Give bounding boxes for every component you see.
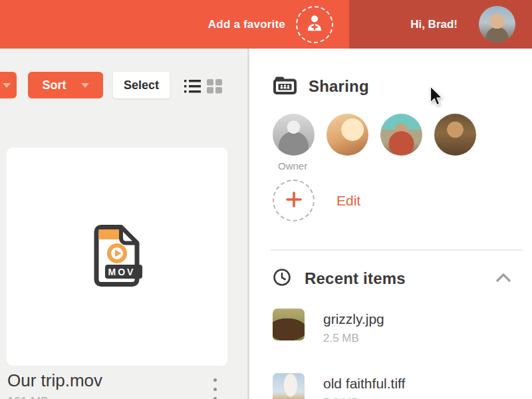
files-panel: Sort Select	[0, 49, 249, 399]
folder-people-icon	[273, 74, 297, 98]
user-avatar[interactable]	[479, 6, 515, 43]
sharing-header: Sharing	[273, 74, 532, 98]
collapse-section-button[interactable]	[496, 273, 511, 284]
sharing-actions: Edit	[273, 180, 532, 221]
caret-down-icon	[3, 83, 11, 88]
add-member-button[interactable]	[273, 180, 315, 221]
member-owner: Owner	[273, 114, 315, 156]
filter-button-partial[interactable]	[0, 72, 17, 98]
recent-items-header: Recent items	[273, 268, 532, 289]
edit-link[interactable]: Edit	[336, 193, 360, 209]
clock-icon	[273, 268, 291, 289]
caret-down-icon	[81, 83, 89, 88]
list-view-button[interactable]	[184, 79, 201, 96]
sharing-title: Sharing	[309, 77, 369, 96]
member-avatar[interactable]	[327, 114, 368, 156]
recent-item-text: grizzly.jpg 2.5 MB	[323, 309, 384, 345]
greeting-text: Hi, Brad!	[410, 18, 458, 31]
mov-file-icon: MOV	[90, 224, 144, 289]
recent-item-name: grizzly.jpg	[323, 311, 384, 327]
plus-icon	[285, 191, 303, 210]
member	[327, 114, 368, 156]
member-avatar[interactable]	[434, 114, 476, 156]
grizzly-thumbnail	[273, 309, 305, 340]
old-faithful-thumbnail	[273, 373, 305, 399]
grid-view-button[interactable]	[207, 79, 223, 96]
file-menu-button[interactable]	[213, 378, 217, 399]
main-content: Sort Select	[0, 49, 532, 399]
member-avatar[interactable]	[380, 114, 422, 156]
recent-item[interactable]: grizzly.jpg 2.5 MB	[273, 309, 532, 345]
file-name: Our trip.mov	[7, 370, 247, 391]
owner-label: Owner	[278, 160, 307, 172]
sort-button-label: Sort	[43, 78, 66, 92]
sharing-members: Owner	[273, 114, 532, 156]
recent-item-text: old faithful.tiff 5.2 MB	[323, 373, 405, 399]
grid-view-icon	[207, 86, 223, 96]
section-divider	[271, 249, 523, 251]
files-toolbar: Sort Select	[0, 72, 247, 98]
member	[434, 114, 476, 156]
select-button-label: Select	[124, 78, 159, 92]
list-view-icon	[184, 86, 201, 96]
topbar-left-section: Add a favorite	[0, 0, 349, 49]
add-favorite-label: Add a favorite	[208, 18, 285, 31]
sharing-panel: Sharing Owner	[249, 49, 532, 399]
recent-items-title: Recent items	[305, 269, 406, 288]
file-size: 121 MB	[7, 395, 247, 399]
add-favorite-button[interactable]	[296, 6, 333, 43]
recent-item-name: old faithful.tiff	[323, 376, 405, 392]
topbar: Add a favorite Hi, Brad!	[0, 0, 532, 49]
sort-button[interactable]: Sort	[28, 72, 103, 98]
member-avatar-owner[interactable]	[273, 114, 315, 156]
person-plus-icon	[305, 13, 325, 35]
member	[380, 114, 422, 156]
topbar-right-section: Hi, Brad!	[349, 0, 532, 49]
recent-item-size: 2.5 MB	[323, 332, 384, 345]
file-card[interactable]: MOV	[7, 148, 227, 366]
svg-text:MOV: MOV	[108, 267, 136, 277]
file-meta-row: Our trip.mov 121 MB	[7, 370, 247, 399]
chevron-up-icon	[496, 274, 511, 284]
recent-item[interactable]: old faithful.tiff 5.2 MB	[273, 373, 532, 399]
select-button[interactable]: Select	[113, 72, 170, 98]
recent-item-size: 5.2 MB	[323, 396, 405, 399]
